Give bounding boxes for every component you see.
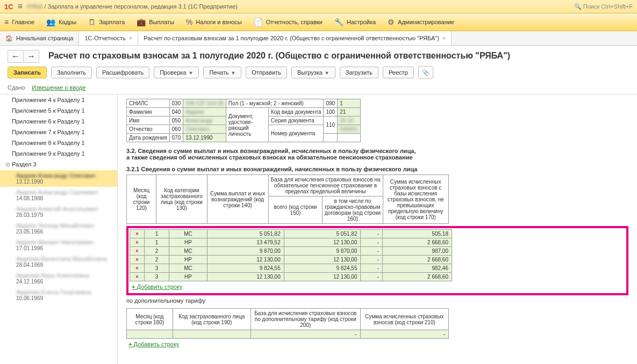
- employee-item[interactable]: Авдеев Леонид Михайлович23.05.1966: [0, 220, 117, 237]
- hamburger-icon[interactable]: ≡: [18, 2, 23, 11]
- table-row[interactable]: ×2НР12 130,0012 130,00-2 668,60: [130, 256, 452, 264]
- delete-row-icon[interactable]: ×: [130, 247, 145, 256]
- menu-Налоги и взносы[interactable]: %Налоги и взносы: [186, 18, 242, 26]
- section-3-2-heading: 3.2. Сведения о сумме выплат и иных возн…: [126, 148, 628, 161]
- import-button[interactable]: Загрузить: [340, 67, 378, 78]
- app-title: РЯБА / Зарплата и управление персоналом,…: [27, 3, 238, 10]
- menu-Администрирование[interactable]: ⚙Администрирование: [388, 18, 454, 26]
- sidebar-item[interactable]: Приложение 7 к Разделу 1: [0, 127, 117, 137]
- menu-label: Отчетность, справки: [266, 19, 323, 25]
- write-button[interactable]: Записать: [8, 67, 47, 78]
- nav-back-button[interactable]: ←: [8, 50, 24, 63]
- extra-tariff-table: Месяц (код строки 180) Код застрахованно…: [126, 308, 449, 339]
- employee-item[interactable]: Авдеева Елена Георгиевна10.06.1969: [0, 287, 117, 303]
- menu-Отчетность, справки[interactable]: 📄Отчетность, справки: [254, 18, 323, 26]
- sidebar-item[interactable]: Приложение 8 к Разделу 1: [0, 137, 117, 148]
- employee-item[interactable]: Авдеев Алексей Анатольевич28.03.1979: [0, 203, 117, 220]
- sidebar: Приложение 4 к Разделу 1Приложение 5 к Р…: [0, 94, 118, 364]
- check-button[interactable]: Проверка▼: [154, 67, 199, 78]
- sidebar-section3[interactable]: Раздел 3: [0, 159, 117, 170]
- tab-1c-report[interactable]: 1С-Отчетность×: [79, 31, 138, 45]
- menu-Выплаты[interactable]: 💼Выплаты: [137, 18, 174, 26]
- menu-Главное[interactable]: ≡Главное: [4, 18, 34, 26]
- person-info-table: СНИЛС030156-137-154 00 Пол (1 - мужской;…: [126, 99, 361, 142]
- section-3-2-1-heading: 3.2.1 Сведения о сумме выплат и иных воз…: [126, 166, 628, 172]
- menu-label: Налоги и взносы: [196, 19, 242, 25]
- delete-row-icon[interactable]: ×: [130, 230, 145, 238]
- menu-icon: 📄: [254, 18, 263, 26]
- tab-home[interactable]: 🏠 Начальная страница: [0, 31, 79, 45]
- table-row[interactable]: ×3МС9 824,559 824,55-982,46: [130, 264, 452, 273]
- employee-item[interactable]: Авдеева Валентина Михайловна28.04.1969: [0, 253, 117, 270]
- delete-row-icon[interactable]: ×: [130, 256, 145, 264]
- main-menu: ≡Главное👥Кадры🗒Зарплата💼Выплаты%Налоги и…: [0, 13, 637, 31]
- sidebar-item[interactable]: Приложение 6 к Разделу 1: [0, 116, 117, 127]
- sidebar-item[interactable]: Приложение 4 к Разделу 1: [0, 94, 117, 105]
- menu-icon: ⚙: [388, 18, 395, 26]
- menu-label: Кадры: [59, 19, 76, 25]
- table-row[interactable]: ×2МС9 870,009 870,00-987,00: [130, 247, 452, 256]
- delete-row-icon[interactable]: ×: [130, 264, 145, 273]
- tab-rsv[interactable]: Расчет по страховым взносам за 1 полугод…: [138, 31, 452, 45]
- delete-row-icon[interactable]: ×: [130, 238, 145, 247]
- content-area: СНИЛС030156-137-154 00 Пол (1 - мужской;…: [118, 94, 637, 364]
- employee-item[interactable]: Авдеев Александр Сергеевич14.08.1988: [0, 187, 117, 203]
- sidebar-item[interactable]: Приложение 5 к Разделу 1: [0, 105, 117, 116]
- menu-icon: 👥: [46, 18, 55, 26]
- table-row[interactable]: ×1НР13 479,5212 130,00-2 668,60: [130, 238, 452, 247]
- registry-button[interactable]: Реестр: [383, 67, 414, 78]
- payments-table: ×1МС5 051,825 051,82-505,18×1НР13 479,52…: [130, 229, 452, 281]
- menu-icon: 🔧: [334, 18, 343, 26]
- export-button[interactable]: Выгрузка▼: [291, 67, 335, 78]
- menu-icon: ≡: [4, 18, 9, 26]
- section-3-2-2-sub: по дополнительному тарифу: [126, 297, 628, 304]
- page-title: ← → Расчет по страховым взносам за 1 пол…: [0, 46, 637, 64]
- highlighted-data-block: ×1МС5 051,825 051,82-505,18×1НР13 479,52…: [126, 226, 628, 295]
- nav-fwd-button[interactable]: →: [24, 50, 39, 63]
- menu-label: Главное: [12, 19, 34, 25]
- sidebar-item[interactable]: Приложение 9 к Разделу 1: [0, 148, 117, 159]
- menu-Кадры[interactable]: 👥Кадры: [46, 18, 76, 26]
- employee-item[interactable]: Авдеев Александр Олегович13.12.1990: [0, 170, 117, 187]
- attach-icon[interactable]: 📎: [418, 66, 433, 79]
- menu-Настройка[interactable]: 🔧Настройка: [334, 18, 376, 26]
- decode-button[interactable]: Расшифровать: [96, 67, 149, 78]
- print-button[interactable]: Печать▼: [203, 67, 241, 78]
- search-field[interactable]: 🔍 Поиск Ctrl+Shift+F: [574, 3, 633, 10]
- employee-item[interactable]: Авдеев Михаил Николаевич17.01.1996: [0, 237, 117, 253]
- status-text: Сдано: [8, 84, 25, 91]
- table-row[interactable]: ×3НР12 130,0012 130,00-2 668,60: [130, 273, 452, 281]
- payments-table-header: Месяц (код строки 120) Код категории зас…: [126, 174, 449, 224]
- close-icon[interactable]: ×: [129, 35, 132, 41]
- send-button[interactable]: Отправить: [246, 67, 287, 78]
- menu-label: Настройка: [347, 19, 376, 25]
- add-row-link[interactable]: Добавить строку: [130, 281, 625, 292]
- close-icon[interactable]: ×: [442, 35, 446, 41]
- app-logo: 1С: [4, 3, 13, 11]
- menu-Зарплата[interactable]: 🗒Зарплата: [88, 18, 125, 26]
- notice-link[interactable]: Извещение о вводе: [32, 84, 85, 91]
- delete-row-icon[interactable]: ×: [130, 273, 145, 281]
- menu-icon: 🗒: [88, 18, 96, 26]
- menu-label: Администрирование: [398, 19, 454, 25]
- menu-label: Выплаты: [149, 19, 174, 25]
- fill-button[interactable]: Заполнить: [51, 67, 92, 78]
- menu-label: Зарплата: [99, 19, 125, 25]
- employee-item[interactable]: Авдеева Вера Алексеевна24.12.1966: [0, 270, 117, 287]
- menu-icon: 💼: [137, 18, 146, 26]
- table-row[interactable]: ×1МС5 051,825 051,82-505,18: [130, 230, 452, 238]
- add-row-link-2[interactable]: Добавить строку: [126, 339, 628, 350]
- menu-icon: %: [186, 18, 192, 26]
